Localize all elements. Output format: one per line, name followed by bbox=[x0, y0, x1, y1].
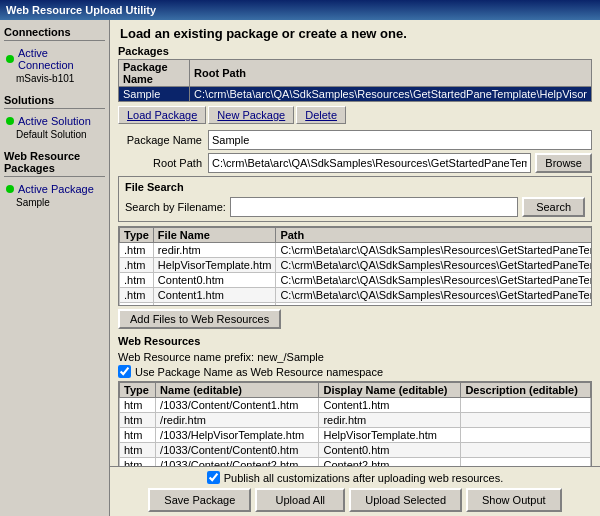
web-name: /redir.htm bbox=[156, 413, 319, 428]
file-path: C:\crm\Beta\arc\QA\SdkSamples\Resources\… bbox=[276, 258, 592, 273]
sidebar-connections-header: Connections bbox=[4, 24, 105, 41]
sidebar-active-connection[interactable]: Active Connection bbox=[4, 45, 105, 73]
file-table-row[interactable]: .htmredir.htmC:\crm\Beta\arc\QA\SdkSampl… bbox=[120, 243, 593, 258]
web-type: htm bbox=[120, 428, 156, 443]
content-area: Packages Package Name Root Path SampleC:… bbox=[110, 45, 600, 466]
file-path: C:\crm\Beta\arc\QA\SdkSamples\Resources\… bbox=[276, 288, 592, 303]
publish-row: Publish all customizations after uploadi… bbox=[118, 471, 592, 484]
packages-table-wrapper: Package Name Root Path SampleC:\crm\Beta… bbox=[118, 59, 592, 104]
file-table-row[interactable]: .htmContent1.htmC:\crm\Beta\arc\QA\SdkSa… bbox=[120, 288, 593, 303]
web-display: Content0.htm bbox=[319, 443, 461, 458]
root-path-row: Root Path Browse bbox=[118, 153, 592, 173]
web-col-type: Type bbox=[120, 383, 156, 398]
new-package-button[interactable]: New Package bbox=[208, 106, 294, 124]
search-input[interactable] bbox=[230, 197, 518, 217]
file-table-row[interactable]: .htmContent2.htmC:\crm\Beta\arc\QA\SdkSa… bbox=[120, 303, 593, 307]
web-resources-section: Web Resources Web Resource name prefix: … bbox=[118, 335, 592, 466]
web-display: HelpVisorTemplate.htm bbox=[319, 428, 461, 443]
file-type: .htm bbox=[120, 288, 154, 303]
web-table-row[interactable]: htm/1033/HelpVisorTemplate.htmHelpVisorT… bbox=[120, 428, 591, 443]
packages-col-name: Package Name bbox=[119, 60, 190, 87]
sidebar-package-name: Sample bbox=[16, 197, 105, 208]
search-row: Search by Filename: Search bbox=[125, 197, 585, 217]
search-button[interactable]: Search bbox=[522, 197, 585, 217]
web-col-display: Display Name (editable) bbox=[319, 383, 461, 398]
file-col-type: Type bbox=[120, 228, 154, 243]
package-name-input[interactable] bbox=[208, 130, 592, 150]
sidebar: Connections Active Connection mSavis-b10… bbox=[0, 20, 110, 516]
file-path: C:\crm\Beta\arc\QA\SdkSamples\Resources\… bbox=[276, 303, 592, 307]
upload-all-button[interactable]: Upload All bbox=[255, 488, 345, 512]
web-table: Type Name (editable) Display Name (edita… bbox=[119, 382, 591, 466]
upload-selected-button[interactable]: Upload Selected bbox=[349, 488, 462, 512]
bottom-area: Publish all customizations after uploadi… bbox=[110, 466, 600, 516]
file-name: Content2.htm bbox=[153, 303, 276, 307]
delete-button[interactable]: Delete bbox=[296, 106, 346, 124]
packages-label: Packages bbox=[118, 45, 592, 57]
file-type: .htm bbox=[120, 303, 154, 307]
file-name: HelpVisorTemplate.htm bbox=[153, 258, 276, 273]
web-type: htm bbox=[120, 398, 156, 413]
publish-checkbox-label: Publish all customizations after uploadi… bbox=[224, 472, 503, 484]
main-header: Load an existing package or create a new… bbox=[110, 20, 600, 45]
file-search-title: File Search bbox=[125, 181, 585, 193]
solution-status-dot bbox=[6, 117, 14, 125]
sidebar-active-package[interactable]: Active Package bbox=[4, 181, 105, 197]
file-table-row[interactable]: .htmHelpVisorTemplate.htmC:\crm\Beta\arc… bbox=[120, 258, 593, 273]
file-table-wrapper: Type File Name Path .htmredir.htmC:\crm\… bbox=[118, 226, 592, 306]
packages-col-path: Root Path bbox=[190, 60, 592, 87]
file-col-name: File Name bbox=[153, 228, 276, 243]
add-files-button[interactable]: Add Files to Web Resources bbox=[118, 309, 281, 329]
namespace-checkbox[interactable] bbox=[118, 365, 131, 378]
packages-table: Package Name Root Path SampleC:\crm\Beta… bbox=[118, 59, 592, 102]
file-name: Content0.htm bbox=[153, 273, 276, 288]
save-package-button[interactable]: Save Package bbox=[148, 488, 251, 512]
web-desc bbox=[461, 458, 591, 467]
web-table-row[interactable]: htm/1033/Content/Content1.htmContent1.ht… bbox=[120, 398, 591, 413]
web-name: /1033/Content/Content1.htm bbox=[156, 398, 319, 413]
sidebar-connection-name1: mSavis-b101 bbox=[16, 73, 105, 84]
browse-button[interactable]: Browse bbox=[535, 153, 592, 173]
packages-btn-row: Load Package New Package Delete bbox=[118, 106, 592, 124]
web-col-name: Name (editable) bbox=[156, 383, 319, 398]
bottom-btn-row: Save Package Upload All Upload Selected … bbox=[118, 488, 592, 512]
web-name: /1033/Content/Content0.htm bbox=[156, 443, 319, 458]
file-path: C:\crm\Beta\arc\QA\SdkSamples\Resources\… bbox=[276, 243, 592, 258]
root-path-input[interactable] bbox=[208, 153, 531, 173]
title-bar-label: Web Resource Upload Utility bbox=[6, 4, 156, 16]
file-table: Type File Name Path .htmredir.htmC:\crm\… bbox=[119, 227, 592, 306]
web-table-row[interactable]: htm/redir.htmredir.htm bbox=[120, 413, 591, 428]
title-bar: Web Resource Upload Utility bbox=[0, 0, 600, 20]
web-display: redir.htm bbox=[319, 413, 461, 428]
web-table-wrapper: Type Name (editable) Display Name (edita… bbox=[118, 381, 592, 466]
sidebar-web-resource-packages: Web Resource Packages Active Package Sam… bbox=[4, 148, 105, 208]
root-path-label: Root Path bbox=[118, 157, 208, 169]
web-name: /1033/HelpVisorTemplate.htm bbox=[156, 428, 319, 443]
search-by-filename-label: Search by Filename: bbox=[125, 201, 226, 213]
web-display: Content1.htm bbox=[319, 398, 461, 413]
web-table-row[interactable]: htm/1033/Content/Content2.htmContent2.ht… bbox=[120, 458, 591, 467]
web-display: Content2.htm bbox=[319, 458, 461, 467]
web-desc bbox=[461, 398, 591, 413]
file-table-row[interactable]: .htmContent0.htmC:\crm\Beta\arc\QA\SdkSa… bbox=[120, 273, 593, 288]
web-type: htm bbox=[120, 413, 156, 428]
sidebar-connections: Connections Active Connection mSavis-b10… bbox=[4, 24, 105, 84]
add-files-btn-row: Add Files to Web Resources bbox=[118, 309, 592, 329]
web-name: /1033/Content/Content2.htm bbox=[156, 458, 319, 467]
web-resources-title: Web Resources bbox=[118, 335, 592, 347]
packages-row[interactable]: SampleC:\crm\Beta\arc\QA\SdkSamples\Reso… bbox=[119, 87, 592, 102]
sidebar-active-solution[interactable]: Active Solution bbox=[4, 113, 105, 129]
package-name-row: Package Name bbox=[118, 130, 592, 150]
package-status-dot bbox=[6, 185, 14, 193]
web-table-row[interactable]: htm/1033/Content/Content0.htmContent0.ht… bbox=[120, 443, 591, 458]
file-type: .htm bbox=[120, 243, 154, 258]
load-package-button[interactable]: Load Package bbox=[118, 106, 206, 124]
file-col-path: Path bbox=[276, 228, 592, 243]
file-path: C:\crm\Beta\arc\QA\SdkSamples\Resources\… bbox=[276, 273, 592, 288]
publish-checkbox[interactable] bbox=[207, 471, 220, 484]
file-name: redir.htm bbox=[153, 243, 276, 258]
show-output-button[interactable]: Show Output bbox=[466, 488, 562, 512]
web-col-desc: Description (editable) bbox=[461, 383, 591, 398]
sidebar-active-connection-label: Active Connection bbox=[18, 47, 103, 71]
pkg-row-name: Sample bbox=[119, 87, 190, 102]
